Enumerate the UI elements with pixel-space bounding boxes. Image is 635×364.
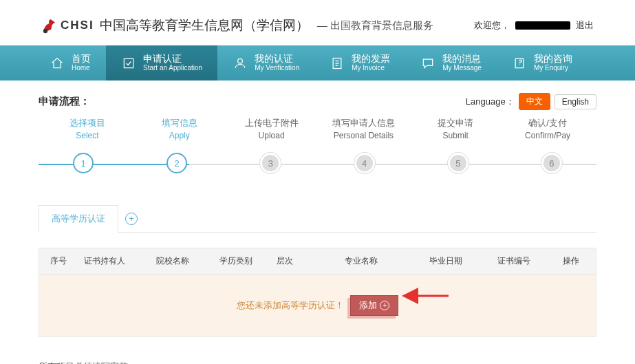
enquiry-icon xyxy=(512,56,527,71)
tab-education-verification[interactable]: 高等学历认证 xyxy=(39,205,118,233)
svg-point-0 xyxy=(43,29,47,33)
nav-verification[interactable]: 我的认证My Verification xyxy=(217,45,314,81)
step-circle-3: 3 xyxy=(260,153,281,173)
message-icon xyxy=(420,56,435,71)
step-3: 上传电子附件Upload xyxy=(226,117,318,140)
main-nav: 首页Home 申请认证Start an Application 我的认证My V… xyxy=(0,45,635,81)
step-4: 填写申请人信息Personal Details xyxy=(317,117,409,140)
step-2: 填写信息Apply xyxy=(133,117,226,140)
add-record-button[interactable]: 添加 + xyxy=(350,295,398,316)
nav-apply[interactable]: 申请认证Start an Application xyxy=(106,45,217,81)
col-certno: 证书编号 xyxy=(475,255,552,267)
home-icon xyxy=(50,56,65,71)
svg-rect-1 xyxy=(124,58,133,67)
form-hint: 所有项目必须填写完整 xyxy=(39,361,596,364)
arrow-annotation-1 xyxy=(411,286,452,308)
invoice-icon xyxy=(330,56,345,71)
step-circle-6: 6 xyxy=(541,153,562,173)
step-5: 提交申请Submit xyxy=(409,117,502,140)
logout-link[interactable]: 退出 xyxy=(576,19,594,32)
col-major: 专业名称 xyxy=(307,255,416,267)
lang-btn-cn[interactable]: 中文 xyxy=(519,93,550,110)
logo-text: CHSI xyxy=(61,19,94,32)
svg-point-2 xyxy=(238,58,243,63)
welcome-text: 欢迎您， xyxy=(474,19,510,32)
col-holder: 证书持有人 xyxy=(72,255,138,267)
username-masked xyxy=(515,21,570,30)
site-subtitle: — 出国教育背景信息服务 xyxy=(317,19,433,32)
col-edutype: 学历类别 xyxy=(208,255,263,267)
bird-icon xyxy=(41,17,58,34)
empty-message: 您还未添加高等学历认证！ xyxy=(237,300,344,310)
flow-title: 申请流程： xyxy=(39,95,90,108)
nav-invoice[interactable]: 我的发票My Invoice xyxy=(314,45,405,81)
nav-message[interactable]: 我的消息My Message xyxy=(405,45,497,81)
table-body: 您还未添加高等学历认证！ 添加 + xyxy=(39,275,596,337)
apply-icon xyxy=(121,56,136,71)
verification-icon xyxy=(233,56,248,71)
site-title: 中国高等教育学生信息网（学信网） xyxy=(100,17,309,34)
col-index: 序号 xyxy=(45,255,72,267)
nav-home[interactable]: 首页Home xyxy=(34,45,106,81)
plus-icon: + xyxy=(380,301,389,310)
step-1: 选择项目Select xyxy=(41,117,133,140)
step-6: 确认/支付Confirm/Pay xyxy=(502,117,594,140)
lang-btn-en[interactable]: English xyxy=(555,94,596,109)
table-header: 序号 证书持有人 院校名称 学历类别 层次 专业名称 毕业日期 证书编号 操作 xyxy=(39,248,596,275)
nav-enquiry[interactable]: 我的咨询My Enquiry xyxy=(497,45,588,81)
col-graddate: 毕业日期 xyxy=(416,255,475,267)
step-circle-4: 4 xyxy=(354,153,375,173)
step-circle-5: 5 xyxy=(448,153,469,173)
col-school: 院校名称 xyxy=(138,255,208,267)
step-circle-1: 1 xyxy=(73,153,94,173)
step-circle-2: 2 xyxy=(166,153,187,173)
site-logo[interactable]: CHSI xyxy=(41,17,94,34)
col-action: 操作 xyxy=(552,255,590,267)
col-level: 层次 xyxy=(263,255,306,267)
language-label: Language： xyxy=(466,96,515,108)
tab-add-button[interactable]: + xyxy=(125,213,138,225)
